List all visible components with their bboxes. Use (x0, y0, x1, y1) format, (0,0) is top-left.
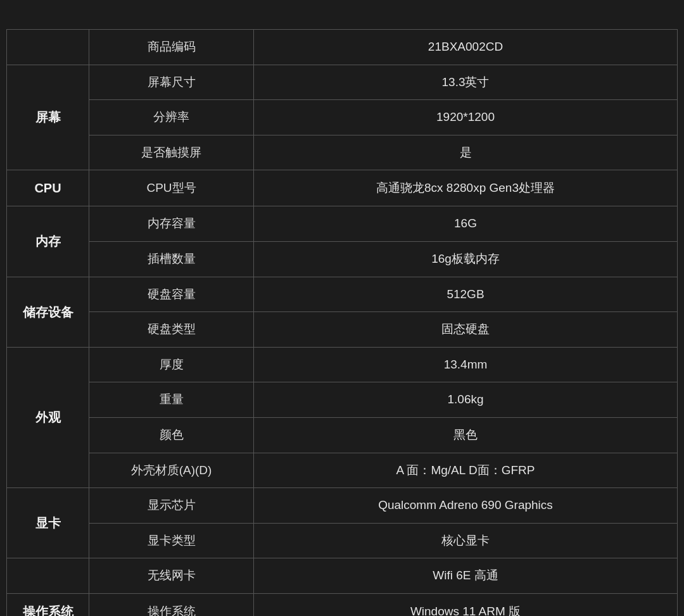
value-cell: 1.06kg (254, 382, 678, 418)
table-row: 内存内存容量16G (7, 206, 678, 242)
table-row: 操作系统操作系统Windows 11 ARM 版 (7, 593, 678, 616)
table-row: CPUCPU型号高通骁龙8cx 8280xp Gen3处理器 (7, 170, 678, 206)
subcategory-cell: 显卡类型 (89, 523, 254, 558)
table-row: 插槽数量16g板载内存 (7, 241, 678, 277)
table-row: 储存设备硬盘容量512GB (7, 277, 678, 312)
category-cell: 屏幕 (7, 65, 89, 170)
subcategory-cell: 硬盘类型 (89, 312, 254, 348)
table-row: 商品编码21BXA002CD (7, 30, 678, 65)
subcategory-cell: 是否触摸屏 (89, 135, 254, 170)
subcategory-cell: 显示芯片 (89, 488, 254, 524)
category-cell: 内存 (7, 206, 89, 277)
spec-table: 商品编码21BXA002CD屏幕屏幕尺寸13.3英寸分辨率1920*1200是否… (6, 29, 678, 616)
table-row: 重量1.06kg (7, 382, 678, 418)
subcategory-cell: 厚度 (89, 347, 254, 382)
value-cell: 16G (254, 206, 678, 242)
value-cell: 高通骁龙8cx 8280xp Gen3处理器 (254, 170, 678, 206)
category-cell: 外观 (7, 347, 89, 487)
subcategory-cell: 分辨率 (89, 100, 254, 135)
category-cell (7, 558, 89, 594)
subcategory-cell: 颜色 (89, 417, 254, 453)
value-cell: 16g板载内存 (254, 241, 678, 277)
value-cell: 13.4mm (254, 347, 678, 382)
table-row: 硬盘类型固态硬盘 (7, 312, 678, 348)
value-cell: 核心显卡 (254, 523, 678, 558)
table-row: 外观厚度13.4mm (7, 347, 678, 382)
table-row: 外壳材质(A)(D)A 面：Mg/AL D面：GFRP (7, 453, 678, 488)
value-cell: 512GB (254, 277, 678, 312)
subcategory-cell: 插槽数量 (89, 241, 254, 277)
value-cell: 1920*1200 (254, 100, 678, 135)
subcategory-cell: 屏幕尺寸 (89, 65, 254, 100)
category-cell: 显卡 (7, 488, 89, 558)
category-cell: CPU (7, 170, 89, 206)
value-cell: 21BXA002CD (254, 30, 678, 65)
table-row: 颜色黑色 (7, 417, 678, 453)
value-cell: 13.3英寸 (254, 65, 678, 100)
subcategory-cell: 无线网卡 (89, 558, 254, 594)
page-title (6, 6, 678, 29)
value-cell: Qualcomm Adreno 690 Graphics (254, 488, 678, 524)
subcategory-cell: CPU型号 (89, 170, 254, 206)
main-container: 商品编码21BXA002CD屏幕屏幕尺寸13.3英寸分辨率1920*1200是否… (0, 0, 684, 616)
subcategory-cell: 重量 (89, 382, 254, 418)
table-row: 屏幕屏幕尺寸13.3英寸 (7, 65, 678, 100)
table-row: 显卡显示芯片Qualcomm Adreno 690 Graphics (7, 488, 678, 524)
value-cell: 黑色 (254, 417, 678, 453)
value-cell: Wifi 6E 高通 (254, 558, 678, 594)
value-cell: A 面：Mg/AL D面：GFRP (254, 453, 678, 488)
category-cell: 储存设备 (7, 277, 89, 347)
table-row: 无线网卡Wifi 6E 高通 (7, 558, 678, 594)
table-row: 显卡类型核心显卡 (7, 523, 678, 558)
category-cell: 操作系统 (7, 593, 89, 616)
subcategory-cell: 外壳材质(A)(D) (89, 453, 254, 488)
subcategory-cell: 操作系统 (89, 593, 254, 616)
value-cell: 固态硬盘 (254, 312, 678, 348)
value-cell: Windows 11 ARM 版 (254, 593, 678, 616)
value-cell: 是 (254, 135, 678, 170)
table-row: 是否触摸屏是 (7, 135, 678, 170)
category-cell (7, 30, 89, 65)
subcategory-cell: 商品编码 (89, 30, 254, 65)
table-row: 分辨率1920*1200 (7, 100, 678, 135)
subcategory-cell: 硬盘容量 (89, 277, 254, 312)
subcategory-cell: 内存容量 (89, 206, 254, 242)
